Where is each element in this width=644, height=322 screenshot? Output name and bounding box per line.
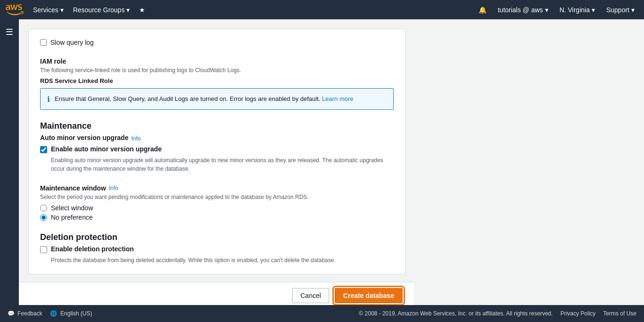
- no-preference-label: No preference: [51, 214, 93, 221]
- terms-of-use-link[interactable]: Terms of Use: [603, 310, 636, 317]
- maintenance-window-block: Maintenance window Info Select the perio…: [40, 184, 394, 221]
- auto-minor-label: Auto minor version upgrade: [40, 134, 128, 141]
- select-window-radio-row: Select window: [40, 204, 394, 212]
- feedback-section: 💬 Feedback: [8, 310, 42, 317]
- cancel-button[interactable]: Cancel: [292, 288, 329, 303]
- bell-icon-button[interactable]: 🔔: [474, 0, 491, 19]
- auto-minor-label-row: Auto minor version upgrade Info: [40, 134, 394, 143]
- left-sidebar: ☰: [0, 19, 19, 318]
- hamburger-button[interactable]: ☰: [3, 24, 16, 40]
- create-database-button[interactable]: Create database: [335, 288, 403, 303]
- main-content: Slow query log IAM role The following se…: [19, 19, 644, 318]
- resource-groups-nav-item[interactable]: Resource Groups ▾: [68, 0, 135, 19]
- maintenance-title: Maintenance: [40, 121, 394, 131]
- iam-title: IAM role: [40, 58, 394, 65]
- services-chevron-icon: ▾: [60, 6, 64, 14]
- support-chevron-icon: ▾: [631, 6, 635, 14]
- select-window-label: Select window: [51, 204, 93, 212]
- maintenance-window-title: Maintenance window: [40, 184, 106, 192]
- deletion-section: Deletion protection Enable deletion prot…: [40, 232, 394, 264]
- no-preference-radio[interactable]: [40, 214, 47, 221]
- maintenance-window-desc: Select the period you want pending modif…: [40, 194, 394, 200]
- star-icon: ★: [139, 6, 145, 14]
- language-link[interactable]: English (US): [60, 310, 92, 317]
- slow-query-log-checkbox[interactable]: [40, 39, 47, 46]
- top-nav: Services ▾ Resource Groups ▾ ★ 🔔 tutoria…: [0, 0, 644, 19]
- deletion-checkbox-row: Enable deletion protection: [40, 245, 394, 253]
- slow-query-log-row: Slow query log: [40, 39, 394, 46]
- auto-minor-checkbox-label: Enable auto minor version upgrade: [51, 145, 162, 153]
- info-circle-icon: ℹ: [47, 95, 50, 104]
- maintenance-section: Maintenance Auto minor version upgrade I…: [40, 121, 394, 221]
- feedback-link[interactable]: Feedback: [17, 310, 42, 317]
- auto-minor-checkbox-row: Enable auto minor version upgrade: [40, 145, 394, 153]
- iam-section: IAM role The following service-linked ro…: [40, 58, 394, 110]
- user-menu[interactable]: tutorials @ aws ▾: [493, 0, 553, 19]
- footer-bar: 💬 Feedback 🌐 English (US) © 2008 - 2019,…: [0, 305, 644, 318]
- deletion-title: Deletion protection: [40, 232, 394, 242]
- region-label: N. Virginia: [560, 6, 590, 14]
- deletion-checkbox[interactable]: [40, 246, 47, 253]
- no-preference-radio-row: No preference: [40, 214, 394, 221]
- resource-groups-chevron-icon: ▾: [126, 6, 130, 14]
- info-box-text: Ensure that General, Slow Query, and Aud…: [55, 94, 354, 104]
- learn-more-link[interactable]: Learn more: [322, 95, 353, 102]
- nav-right: 🔔 tutorials @ aws ▾ N. Virginia ▾ Suppor…: [474, 0, 639, 19]
- globe-icon: 🌐: [50, 310, 57, 317]
- services-label: Services: [33, 6, 58, 14]
- info-box: ℹ Ensure that General, Slow Query, and A…: [40, 88, 394, 110]
- info-message: Ensure that General, Slow Query, and Aud…: [55, 95, 322, 102]
- resource-groups-label: Resource Groups: [73, 6, 125, 14]
- language-section: 🌐 English (US): [50, 310, 92, 317]
- iam-description: The following service-linked role is use…: [40, 67, 394, 74]
- maintenance-window-label-row: Maintenance window Info: [40, 184, 394, 192]
- bell-icon: 🔔: [479, 6, 487, 14]
- bookmarks-nav-item[interactable]: ★: [134, 0, 150, 19]
- copyright-text: © 2008 - 2019, Amazon Web Services, Inc.…: [359, 310, 553, 317]
- content-card: Slow query log IAM role The following se…: [28, 29, 405, 274]
- select-window-radio[interactable]: [40, 205, 47, 212]
- privacy-policy-link[interactable]: Privacy Policy: [561, 310, 596, 317]
- slow-query-log-label: Slow query log: [50, 39, 94, 46]
- services-nav-item[interactable]: Services ▾: [28, 0, 68, 19]
- chat-icon: 💬: [8, 310, 15, 317]
- deletion-checkbox-label: Enable deletion protection: [51, 245, 134, 253]
- user-label: tutorials @ aws: [498, 6, 543, 14]
- support-label: Support: [606, 6, 629, 14]
- user-chevron-icon: ▾: [545, 6, 548, 14]
- iam-sub-title: RDS Service Linked Role: [40, 77, 394, 84]
- aws-logo[interactable]: [5, 4, 24, 16]
- maintenance-window-info-link[interactable]: Info: [109, 185, 118, 191]
- auto-minor-info-link[interactable]: Info: [131, 135, 140, 142]
- region-menu[interactable]: N. Virginia ▾: [555, 0, 600, 19]
- region-chevron-icon: ▾: [592, 6, 595, 14]
- footer-right: © 2008 - 2019, Amazon Web Services, Inc.…: [359, 310, 636, 317]
- auto-minor-checkbox[interactable]: [40, 146, 47, 153]
- auto-minor-checkbox-desc: Enabling auto minor version upgrade will…: [51, 156, 394, 173]
- deletion-checkbox-desc: Protects the database from being deleted…: [51, 256, 394, 264]
- support-menu[interactable]: Support ▾: [602, 0, 639, 19]
